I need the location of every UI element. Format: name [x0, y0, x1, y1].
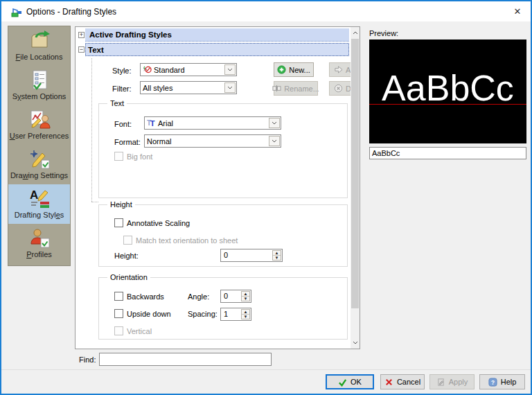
scroll-up-icon[interactable] — [351, 27, 360, 39]
tree-node-text[interactable]: Text — [85, 43, 349, 56]
upside-down-checkbox[interactable] — [114, 309, 123, 318]
window-title: Options - Drafting Styles — [26, 7, 116, 17]
sidebar-item-label: User Preferences — [8, 132, 70, 140]
format-label: Format: — [114, 138, 141, 146]
chevron-down-icon[interactable] — [224, 82, 236, 93]
apply-doc-icon — [436, 378, 445, 387]
big-font-label: Big font — [127, 152, 152, 161]
close-icon[interactable]: ✕ — [506, 1, 529, 21]
tree-guide-line — [91, 58, 92, 202]
text-group: Text Font: T T Arial Format: Normal — [98, 103, 348, 198]
user-check-icon — [28, 227, 51, 249]
spin-down-icon[interactable]: ▼ — [242, 296, 249, 301]
tree-node-active-drafting-styles[interactable]: Active Drafting Styles — [85, 28, 349, 42]
text-style-icon — [143, 65, 152, 74]
settings-panel: + Active Drafting Styles − Text Style: S… — [75, 26, 360, 349]
category-sidebar: File Locations System Options — [8, 26, 71, 266]
arrow-right-icon — [334, 65, 343, 74]
height-spinner[interactable]: 0 ▲ ▼ — [220, 249, 283, 262]
sidebar-item-label: Drawing Settings — [8, 171, 70, 179]
expand-icon[interactable]: + — [78, 32, 85, 38]
spin-down-icon[interactable]: ▼ — [273, 255, 281, 260]
annotative-scaling-checkbox[interactable] — [114, 218, 123, 227]
style-label: Style: — [112, 67, 132, 75]
spacing-label: Spacing: — [188, 310, 218, 318]
help-icon: ? — [488, 378, 497, 387]
spacing-value: 1 — [224, 310, 228, 318]
title-bar: Options - Drafting Styles ✕ — [1, 1, 531, 21]
pencil-arrows-icon — [28, 148, 51, 170]
svg-text:?: ? — [491, 378, 495, 385]
format-value: Normal — [147, 137, 171, 146]
apply-button-label: Apply — [449, 378, 468, 386]
truetype-icon: T T — [147, 119, 156, 128]
match-orientation-label: Match text orientation to sheet — [136, 236, 238, 245]
checklist-icon — [28, 69, 51, 91]
find-label: Find: — [79, 356, 96, 364]
filter-value: All styles — [143, 84, 172, 92]
chevron-down-icon[interactable] — [224, 64, 236, 75]
sidebar-item-file-locations[interactable]: File Locations — [8, 26, 70, 66]
rename-icon — [272, 84, 281, 93]
delete-circle-icon — [334, 84, 343, 93]
help-button[interactable]: ? Help — [479, 374, 525, 389]
rename-button[interactable]: Rename... — [274, 81, 318, 96]
folder-arrow-icon — [28, 29, 51, 51]
sidebar-item-label: System Options — [8, 92, 70, 100]
spacing-spinner[interactable]: 1 ▲ ▼ — [220, 308, 251, 321]
vertical-label: Vertical — [127, 327, 152, 335]
spin-down-icon[interactable]: ▼ — [242, 314, 249, 319]
filter-label: Filter: — [112, 85, 132, 93]
preview-text-input[interactable] — [369, 147, 526, 159]
angle-spinner[interactable]: 0 ▲ ▼ — [220, 290, 251, 303]
sidebar-item-profiles[interactable]: Profiles — [8, 224, 70, 263]
upside-down-label: Upside down — [127, 310, 171, 318]
collapse-icon[interactable]: − — [78, 46, 85, 53]
ok-button[interactable]: OK — [326, 374, 374, 389]
cancel-button[interactable]: Cancel — [380, 374, 425, 389]
panel-scrollbar[interactable] — [351, 27, 360, 349]
svg-text:A: A — [30, 188, 38, 202]
ok-button-label: OK — [351, 378, 362, 386]
height-label: Height: — [114, 252, 139, 260]
font-label: Font: — [114, 120, 132, 128]
spinner-buttons: ▲ ▼ — [272, 250, 281, 261]
find-input[interactable] — [99, 353, 272, 366]
preview-sample-text: AaBbCc — [369, 70, 526, 106]
chevron-down-icon[interactable] — [269, 118, 280, 128]
cancel-button-label: Cancel — [397, 378, 420, 386]
help-button-label: Help — [501, 378, 517, 386]
font-combobox[interactable]: T T Arial — [144, 116, 281, 130]
angle-value: 0 — [224, 292, 228, 300]
sidebar-item-drawing-settings[interactable]: Drawing Settings — [8, 145, 70, 184]
footer-divider — [1, 369, 531, 370]
format-combobox[interactable]: Normal — [144, 134, 281, 148]
sidebar-item-label: Profiles — [8, 250, 70, 258]
style-combobox[interactable]: Standard — [140, 63, 237, 76]
sidebar-item-label: File Locations — [8, 53, 70, 61]
sidebar-item-system-options[interactable]: System Options — [8, 66, 70, 105]
height-group: Height Annotative Scaling Match text ori… — [98, 204, 348, 267]
scrollbar-thumb[interactable] — [351, 39, 359, 308]
filter-combobox[interactable]: All styles — [140, 81, 237, 94]
text-group-title: Text — [107, 99, 127, 107]
big-font-checkbox[interactable] — [114, 152, 123, 161]
chevron-down-icon[interactable] — [269, 136, 280, 146]
match-orientation-checkbox[interactable] — [123, 236, 132, 245]
check-icon — [338, 378, 347, 387]
x-icon — [384, 378, 393, 387]
apply-button[interactable]: Apply — [429, 374, 475, 389]
tree-node-label: Text — [88, 46, 104, 54]
sidebar-item-drafting-styles[interactable]: A Drafting Styles — [8, 184, 70, 224]
backwards-checkbox[interactable] — [114, 292, 123, 301]
text-style-pencil-icon: A — [28, 187, 51, 209]
new-button[interactable]: New... — [274, 62, 314, 77]
orientation-group-title: Orientation — [107, 273, 150, 281]
scroll-down-icon[interactable] — [351, 337, 360, 349]
spinner-buttons: ▲ ▼ — [241, 291, 250, 301]
svg-text:T: T — [150, 119, 155, 128]
tree-guide-line — [91, 202, 98, 202]
vertical-checkbox[interactable] — [114, 326, 123, 335]
preview-canvas: AaBbCc — [369, 40, 526, 143]
sidebar-item-user-preferences[interactable]: User Preferences — [8, 105, 70, 145]
